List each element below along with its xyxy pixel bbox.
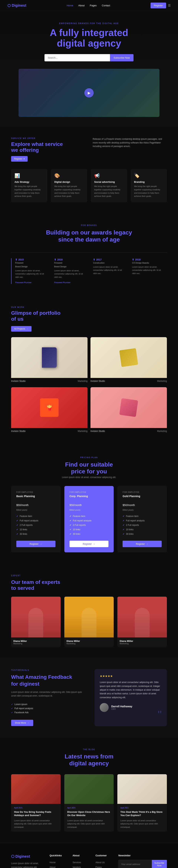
service-desc-ads: We bring the right people together suppo… <box>14 185 44 198</box>
footer-about-services[interactable]: Services <box>72 860 88 865</box>
footer-link-about[interactable]: About <box>50 865 65 868</box>
hero-headline-line2: digital agency <box>57 38 121 49</box>
portfolio-type-4: Marketing <box>157 430 167 432</box>
blog-grid: April 2021 How Do You Bring Sunday Feels… <box>11 774 167 832</box>
pricing-section: PRICING PLAN Find our suitable price for… <box>0 445 178 563</box>
blog-image-3 <box>117 774 167 804</box>
pricing-btn-label: Register <box>30 542 38 545</box>
blog-post-2[interactable]: April 2021 Discover Open Close Christmas… <box>64 774 114 832</box>
portfolio-meta-1: Invision Studio Marketing <box>11 378 88 384</box>
awards-headline: Building on our awards legacy since the … <box>11 229 167 243</box>
newsletter-email-input[interactable] <box>118 860 152 868</box>
portfolio-image-2 <box>90 337 167 378</box>
award-label-2016: Finsweet <box>54 262 85 264</box>
team-person-silhouette-1 <box>28 608 43 638</box>
hero-search: Subscribe Now <box>44 54 134 61</box>
pink-box-mockup <box>119 398 138 417</box>
portfolio-all-button[interactable]: All Projects → <box>11 326 32 332</box>
blog-tag: THE BLOG <box>11 748 167 750</box>
feature-item: 30 links <box>16 532 55 536</box>
footer-customer-aboutus[interactable]: About Us <box>95 860 111 865</box>
footer-logo-text: Diginest <box>16 854 30 859</box>
hero-search-input[interactable] <box>44 54 110 61</box>
logo: ⬡ Diginest <box>7 3 26 8</box>
team-name-2: Diana Miller <box>66 640 80 643</box>
pricing-basic-price: $50/month <box>16 500 55 508</box>
pricing-title-p2: price for you <box>71 468 107 475</box>
footer-customer-list: About Us Pages Pricing Careers <box>95 860 111 868</box>
team-title: Our team of experts to served <box>11 579 167 591</box>
blog-post-1[interactable]: April 2021 How Do You Bring Sunday Feels… <box>11 774 61 832</box>
blog-excerpt-2: Lorem ipsum dolor sit amet consectetur a… <box>67 819 111 829</box>
navigation: ⬡ Diginest Home About Pages Contact Regi… <box>0 0 178 11</box>
pricing-corp-button[interactable]: Register → <box>69 541 109 547</box>
feature-item: Feature item <box>16 514 55 519</box>
service-desc-design: We bring the right people together suppo… <box>54 185 84 198</box>
blog-post-3[interactable]: April 2021 This Deal Made Think It's a B… <box>117 774 167 832</box>
team-info-2: Diana Miller Marketing <box>66 640 80 645</box>
footer-brand: ⬡ Diginest Lorem ipsum dolor sit amet, c… <box>11 854 42 868</box>
pricing-gold: For Employee Gold Planning $50/month Bil… <box>117 486 167 552</box>
footer-about-vendors[interactable]: Vendors <box>72 865 88 868</box>
arrow-right-icon: → <box>40 542 42 545</box>
nav-home[interactable]: Home <box>67 4 73 7</box>
award-extra-2015: Brand Design <box>15 266 47 268</box>
nav-pages[interactable]: Pages <box>90 4 97 7</box>
testimonial-show-more-button[interactable]: Show More → <box>11 720 33 726</box>
award-year-2018: ⬆ 2018 <box>132 258 163 261</box>
award-link-2016[interactable]: Finsweet Plumber <box>54 281 70 284</box>
testimonial-section: TESTIMONIALS What Amazing Feedback for d… <box>0 658 178 737</box>
nav-register-button[interactable]: Register <box>151 3 166 8</box>
service-card-social: 📢 Social advertising We bring the right … <box>91 169 127 202</box>
award-item-2018: ⬆ 2018 CX Design Awardu Lorem ipsum dolo… <box>128 258 167 284</box>
blog-title: Latest news from digital agency <box>11 753 167 767</box>
service-title-ads: Ads Strategy <box>14 181 44 183</box>
services-description: Release of LaTreasAl sheets containing d… <box>85 137 167 148</box>
blog-post-title-2: Discover Open Close Christmas Here On Ou… <box>67 810 111 817</box>
arrow-right-icon: → <box>146 542 148 545</box>
pricing-basic-button[interactable]: Register → <box>16 541 55 547</box>
portfolio-item-4[interactable]: Invision Studio Marketing <box>90 387 167 434</box>
portfolio-item-1[interactable]: Invision Studio Marketing <box>11 337 88 384</box>
award-link-2015[interactable]: Finsweet Plumber <box>15 281 32 284</box>
branding-icon: 🏷️ <box>134 173 164 178</box>
footer-customer-pages[interactable]: Pages <box>95 865 111 868</box>
team-tag: EXPERT <box>11 575 167 577</box>
service-desc-social: We bring the right people together suppo… <box>94 185 124 198</box>
pricing-gold-features: Feature item Full report analysis 2 Full… <box>123 514 162 536</box>
nav-right: Register ☰ <box>151 3 171 8</box>
arrow-icon: → <box>26 328 29 330</box>
testimonial-inner: TESTIMONIALS What Amazing Feedback for d… <box>11 669 167 726</box>
play-button[interactable]: ▶ <box>84 88 94 97</box>
review-stars: ★★★★★ <box>100 674 162 678</box>
menu-icon[interactable]: ☰ <box>168 4 171 7</box>
services-tag: SERVICE WE OFFER <box>11 137 85 140</box>
services-register-button[interactable]: Register ▾ <box>11 156 28 162</box>
team-name-1: Diana Miller <box>13 640 27 643</box>
blog-image-1 <box>11 774 61 804</box>
newsletter-subscribe-button[interactable]: Subscribe Now <box>152 860 167 868</box>
chips-mockup: 🍟 <box>40 398 59 417</box>
chevron-down-icon: ▾ <box>24 158 25 160</box>
portfolio-item-2[interactable]: Invision Studio Marketing <box>90 337 167 384</box>
feature-item: 2 Full reports <box>123 523 162 527</box>
hero-search-button[interactable]: Subscribe Now <box>110 54 134 61</box>
pricing-gold-button[interactable]: Register → <box>123 541 162 547</box>
ads-icon: 📊 <box>14 173 44 178</box>
service-card-ads: 📊 Ads Strategy We bring the right people… <box>11 169 47 202</box>
portfolio-item-3[interactable]: 🍟 Invision Studio Marketing <box>11 387 88 434</box>
nav-about[interactable]: About <box>78 4 85 7</box>
footer-link-home[interactable]: Home <box>50 860 65 865</box>
reviewer-name: Darrell Hathaway <box>111 705 132 708</box>
team-grid: Diana Miller Marketing Diana Miller Mark… <box>11 597 167 647</box>
blog-content-3: April 2021 This Deal Made Think It's a B… <box>117 804 167 832</box>
portfolio-meta-2: Invision Studio Marketing <box>90 378 167 384</box>
footer-about: About Services Vendors Pricing Pages <box>72 854 88 868</box>
service-title-social: Social advertising <box>94 181 124 183</box>
hero-image: ▶ <box>19 69 159 117</box>
footer-quicklinks: Quicklinks Home About Pricing Pages Cont… <box>50 854 65 868</box>
testimonial-left: TESTIMONIALS What Amazing Feedback for d… <box>11 669 84 726</box>
testimonial-title-p1: What Amazing Feedback <box>11 674 72 680</box>
footer-customer-title: Customer <box>95 854 111 857</box>
nav-contact[interactable]: Contact <box>102 4 110 7</box>
